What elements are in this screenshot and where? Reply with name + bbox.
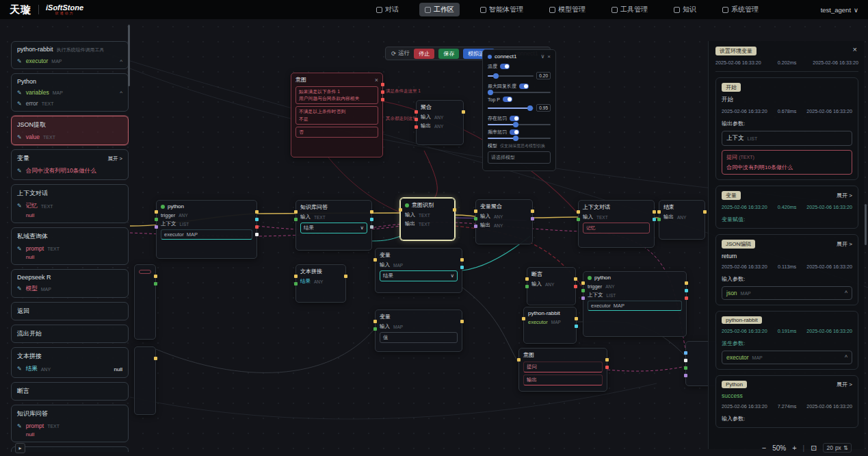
node-card-JSON提取[interactable]: JSON提取 ✎ value TEXT <box>11 116 129 145</box>
output-port[interactable] <box>703 210 707 214</box>
zoom-out-button[interactable]: − <box>762 444 766 452</box>
nav-item-知识[interactable]: 知识 <box>668 3 702 16</box>
zoom-in-button[interactable]: + <box>792 444 796 452</box>
output-port[interactable] <box>370 218 373 221</box>
output-port[interactable] <box>255 218 259 221</box>
param-toggle[interactable] <box>510 116 519 121</box>
slider-track[interactable] <box>488 75 534 77</box>
param-toggle[interactable] <box>519 84 529 89</box>
output-port[interactable] <box>255 225 259 229</box>
input-port[interactable] <box>684 366 687 370</box>
output-port[interactable] <box>685 281 688 285</box>
output-port[interactable] <box>154 357 157 360</box>
node-card-变量[interactable]: 变量 展开 > ✎ 合同中没有列明10条做什么 <box>11 149 129 180</box>
input-port[interactable] <box>155 225 158 229</box>
canvas-node-python-rabbit[interactable]: python-rabbit executorMAP <box>523 307 577 344</box>
chevron-up-icon[interactable]: ^ <box>845 354 847 361</box>
canvas-node-ctx-dialog[interactable]: 上下文对话 输入TEXT记忆 <box>578 200 655 248</box>
canvas-stage[interactable]: 意图 × 如果满足以下条件 1用户问题与合同条款内容相关不满足以上条件时否则不是… <box>0 19 868 456</box>
input-port[interactable] <box>684 359 687 362</box>
output-port[interactable] <box>460 266 464 269</box>
output-field[interactable]: ✎ 模型 MAP <box>17 285 122 293</box>
input-port[interactable] <box>525 285 529 288</box>
log-scrollbar[interactable] <box>865 204 867 245</box>
nav-item-对话[interactable]: 对话 <box>371 3 404 16</box>
param-toggle[interactable] <box>510 129 519 135</box>
output-port[interactable] <box>381 83 384 86</box>
param-toggle[interactable] <box>503 97 512 102</box>
input-port[interactable] <box>581 281 585 285</box>
output-port[interactable] <box>531 210 534 213</box>
log-entry-变量[interactable]: 变量 展开 > 2025-02-06 16:33:20 0.420ms 2025… <box>715 186 858 229</box>
canvas-node-var-2[interactable]: 变量 输入MAP值 <box>375 309 462 352</box>
input-port[interactable] <box>581 289 585 292</box>
save-button[interactable]: 保存 <box>438 49 459 59</box>
input-port[interactable] <box>155 218 158 221</box>
node-card-私域查询体[interactable]: 私域查询体 ✎ prompt TEXT null <box>11 227 129 265</box>
expand-link[interactable]: 展开 > <box>837 381 852 388</box>
output-port[interactable] <box>575 325 578 328</box>
log-entry-JSON编辑[interactable]: JSON编辑 展开 > return 2025-02-06 16:33:20 0… <box>715 234 858 305</box>
chevron-up-icon[interactable]: ^ <box>120 90 122 96</box>
user-menu[interactable]: test_agent ∨ <box>821 6 858 14</box>
model-select[interactable]: 请选择模型 <box>488 151 551 164</box>
close-icon[interactable]: × <box>547 53 551 60</box>
canvas-node-edge-strip-2[interactable] <box>134 346 156 415</box>
expand-link[interactable]: 展开 > <box>837 192 852 199</box>
output-port[interactable] <box>574 285 577 288</box>
slider-track[interactable] <box>488 138 551 139</box>
sidebar-toggle-button[interactable]: ▸ <box>15 443 25 453</box>
input-port[interactable] <box>581 296 585 300</box>
input-port[interactable] <box>415 110 418 114</box>
canvas-node-agg-small[interactable]: 聚合 输入ANY输出ANY <box>416 100 464 145</box>
node-card-Deepseek R[interactable]: Deepseek R ✎ 模型 MAP <box>11 269 129 298</box>
slider-knob[interactable] <box>513 122 518 127</box>
node-card-上下文对话[interactable]: 上下文对话 ✎ 记忆 TEXT null <box>11 184 129 223</box>
output-port[interactable] <box>685 289 688 292</box>
nav-item-系统管理[interactable]: 系统管理 <box>717 3 764 16</box>
output-port[interactable] <box>453 208 456 212</box>
output-port[interactable] <box>255 210 259 214</box>
canvas-node-assert[interactable]: 断言 输入ANY <box>527 267 576 305</box>
output-port[interactable] <box>370 210 373 214</box>
nav-item-智能体管理[interactable]: 智能体管理 <box>475 3 529 16</box>
run-button[interactable]: ⟳ 运行 <box>391 49 410 58</box>
collapse-icon[interactable]: ∨ <box>540 53 544 60</box>
output-field[interactable]: ✎ prompt TEXT null <box>17 245 122 260</box>
grid-size-stepper[interactable]: 20 px ⇅ <box>823 443 852 453</box>
output-port[interactable] <box>460 258 464 262</box>
output-field[interactable]: ✎ value TEXT <box>17 134 122 140</box>
log-entry-python-rabbit[interactable]: python-rabbit 2025-02-06 16:33:20 0.191m… <box>715 311 858 370</box>
input-port[interactable] <box>373 320 377 323</box>
input-port[interactable] <box>525 277 529 281</box>
input-port[interactable] <box>474 217 477 220</box>
chevron-up-icon[interactable]: ^ <box>120 58 122 64</box>
output-port[interactable] <box>462 110 465 114</box>
node-card-Python[interactable]: Python ✎ variables MAP ^ ✎ error <box>11 73 129 112</box>
nav-item-工作区[interactable]: 工作区 <box>419 3 460 16</box>
input-port[interactable] <box>373 327 377 331</box>
param-field[interactable]: 上下文 LIST <box>722 131 852 146</box>
input-port[interactable] <box>294 210 298 214</box>
input-port[interactable] <box>522 317 525 320</box>
expand-link[interactable]: 展开 > <box>108 155 122 162</box>
output-port[interactable] <box>575 317 578 320</box>
canvas-node-python-1[interactable]: python triggerANY上下文LISTexecutorMAP <box>156 200 257 259</box>
canvas-node-var-input[interactable]: 变量 输入MAP结果∨ <box>375 248 462 293</box>
chevron-up-icon[interactable]: ^ <box>845 290 847 296</box>
input-port[interactable] <box>577 210 580 214</box>
input-port[interactable] <box>294 275 298 278</box>
canvas-node-end[interactable]: 结束 输出ANY <box>659 200 705 240</box>
slider-knob[interactable] <box>488 90 493 95</box>
output-field[interactable]: ✎ 合同中没有列明10条做什么 <box>17 167 122 175</box>
input-port[interactable] <box>657 218 661 221</box>
input-port[interactable] <box>399 208 402 212</box>
node-card-知识库问答[interactable]: 知识库问答 ✎ prompt TEXT null <box>11 405 129 442</box>
output-port[interactable] <box>685 296 688 300</box>
input-port[interactable] <box>684 351 687 355</box>
close-icon[interactable]: × <box>375 77 378 84</box>
input-port[interactable] <box>657 210 661 214</box>
output-field[interactable]: ✎ 记忆 TEXT null <box>17 202 122 218</box>
close-icon[interactable]: × <box>853 45 857 53</box>
output-port[interactable] <box>344 275 347 278</box>
